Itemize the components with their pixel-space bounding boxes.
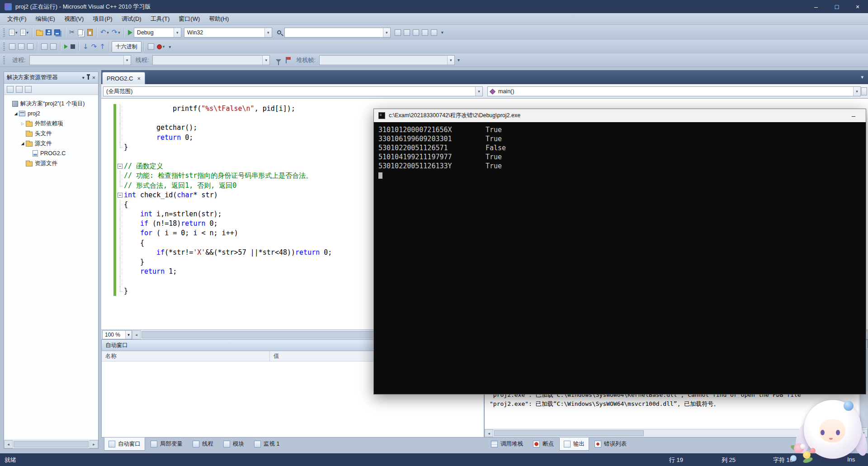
step-into-button[interactable]: ↓ <box>81 42 90 52</box>
dropdown-icon[interactable]: ▾ <box>123 56 131 65</box>
collapse-box-icon[interactable] <box>118 164 123 169</box>
tree-item[interactable]: 资源文件 <box>4 158 98 168</box>
new-project-button[interactable]: ▾ <box>8 28 19 37</box>
types-combo[interactable]: (全局范围) ▾ <box>103 86 483 96</box>
tree-item[interactable]: ▷外部依赖项 <box>4 119 98 128</box>
toolbar-overflow-button[interactable]: ▾ <box>439 29 445 36</box>
tab-breakpoints[interactable]: 断点 <box>528 437 558 451</box>
copy-button[interactable] <box>76 28 86 37</box>
split-window-button[interactable] <box>861 87 867 95</box>
dropdown-icon[interactable]: ▾ <box>27 30 29 35</box>
stack-frame-combo[interactable]: ▾ <box>319 55 455 65</box>
save-button[interactable] <box>44 28 53 37</box>
dropdown-icon[interactable]: ▾ <box>853 87 860 96</box>
open-file-button[interactable] <box>35 28 44 37</box>
menu-item[interactable]: 帮助(H) <box>204 13 233 25</box>
tab-prog2c[interactable]: PROG2.C × <box>102 72 145 84</box>
menu-item[interactable]: 工具(T) <box>146 13 175 25</box>
sort-button[interactable] <box>26 42 35 51</box>
save-all-button[interactable] <box>53 28 63 37</box>
dropdown-icon[interactable]: ▾ <box>118 30 120 35</box>
dropdown-icon[interactable]: ▾ <box>174 28 181 37</box>
column-header-name[interactable]: 名称 <box>102 351 270 361</box>
properties-icon[interactable] <box>7 86 14 93</box>
tab-output[interactable]: 输出 <box>559 437 589 451</box>
add-item-button[interactable]: ▾ <box>19 28 30 37</box>
dropdown-icon[interactable]: ▾ <box>125 331 132 339</box>
console-title-bar[interactable]: c:\Exam\202183300742\程序改错\2\Debug\proj2.… <box>374 109 866 122</box>
solution-explorer-header[interactable]: 解决方案资源管理器 ▾ × <box>4 72 98 84</box>
bookmark-button[interactable] <box>402 28 411 37</box>
tab-errorlist[interactable]: 错误列表 <box>590 437 631 451</box>
navigate-forward-button[interactable] <box>420 28 429 37</box>
process-combo[interactable]: ▾ <box>29 55 131 65</box>
menu-item[interactable]: 项目(P) <box>88 13 117 25</box>
continue-button[interactable] <box>63 43 69 50</box>
paste-button[interactable] <box>86 28 94 37</box>
tab-autos[interactable]: 自动窗口 <box>104 437 145 451</box>
hex-display-button[interactable]: 十六进制 <box>112 41 142 52</box>
memory-window-button[interactable] <box>146 42 156 51</box>
dropdown-icon[interactable]: ▾ <box>107 30 109 35</box>
stop-debugging-button[interactable] <box>69 43 76 50</box>
find-button[interactable] <box>275 28 284 37</box>
toolbar-grip[interactable] <box>3 29 5 37</box>
minimize-button[interactable]: – <box>806 0 826 13</box>
toolbar-overflow-button[interactable]: ▾ <box>456 57 462 63</box>
tab-close-icon[interactable]: × <box>137 75 141 82</box>
toolbar-overflow-button[interactable]: ▾ <box>167 43 173 50</box>
dropdown-icon[interactable]: ▾ <box>383 28 390 37</box>
window-position-icon[interactable]: ▾ <box>82 75 85 80</box>
toolbar-grip[interactable] <box>3 43 5 51</box>
toolbar-grip[interactable] <box>3 56 5 64</box>
step-over-button[interactable]: ↷ <box>90 42 99 52</box>
tree-item[interactable]: 解决方案“proj2”(1 个项目) <box>4 99 98 109</box>
thread-filter-button[interactable] <box>274 57 283 64</box>
tab-locals[interactable]: 局部变量 <box>146 437 187 451</box>
tab-callstack[interactable]: 调用堆栈 <box>486 437 528 451</box>
tab-list-dropdown-icon[interactable]: ▾ <box>856 74 868 80</box>
console-minimize-button[interactable]: – <box>846 112 861 119</box>
close-button[interactable]: × <box>847 0 868 13</box>
tab-watch[interactable]: 监视 1 <box>250 437 284 451</box>
breakpoints-button[interactable]: ▾ <box>156 43 166 51</box>
menu-item[interactable]: 调试(D) <box>117 13 146 25</box>
solution-explorer-hscrollbar[interactable]: ◂ ▸ <box>4 440 98 448</box>
dropdown-icon[interactable]: ▾ <box>262 56 269 65</box>
dropdown-icon[interactable]: ▾ <box>163 44 165 49</box>
dropdown-icon[interactable]: ▾ <box>447 56 454 65</box>
solution-platforms-combo[interactable]: Win32▾ <box>184 28 272 38</box>
scroll-left-icon[interactable]: ◂ <box>4 440 13 448</box>
step-out-button[interactable]: ↑ <box>98 42 107 52</box>
cut-button[interactable]: ✂ <box>68 28 76 37</box>
find-combo[interactable]: ▾ <box>284 28 391 38</box>
refresh-icon[interactable] <box>25 86 32 93</box>
dropdown-icon[interactable]: ▾ <box>15 30 18 35</box>
expanded-expander-icon[interactable]: ◢ <box>13 111 19 116</box>
dropdown-icon[interactable]: ▾ <box>475 87 482 96</box>
flag-threads-button[interactable] <box>283 56 292 65</box>
menu-item[interactable]: 编辑(E) <box>31 13 60 25</box>
menu-item[interactable]: 文件(F) <box>3 13 31 25</box>
zoom-combo[interactable]: 100 % ▾ <box>102 330 132 339</box>
scroll-left-icon[interactable]: ◂ <box>485 429 493 437</box>
collapse-box-icon[interactable] <box>118 193 123 198</box>
redo-button[interactable]: ↷▾ <box>110 28 122 37</box>
other-windows-button[interactable] <box>429 28 439 37</box>
show-all-files-icon[interactable] <box>16 86 23 93</box>
navigate-backward-button[interactable] <box>411 28 420 37</box>
scrollbar-thumb[interactable] <box>14 441 89 447</box>
close-panel-icon[interactable]: × <box>92 75 95 81</box>
start-debugging-button[interactable] <box>127 29 134 37</box>
dropdown-icon[interactable]: ▾ <box>264 28 272 37</box>
solution-configurations-combo[interactable]: Debug▾ <box>134 28 181 38</box>
breakpoint-window-button[interactable] <box>17 42 26 51</box>
tree-item[interactable]: ◢源文件 <box>4 138 98 148</box>
tab-threads[interactable]: 线程 <box>188 437 218 451</box>
scrollbar-thumb[interactable] <box>494 430 644 436</box>
tree-item[interactable]: 头文件 <box>4 128 98 138</box>
show-next-statement-button[interactable] <box>8 42 17 51</box>
collapsed-expander-icon[interactable]: ▷ <box>19 122 26 126</box>
editor-option-button[interactable] <box>40 42 49 51</box>
scroll-right-icon[interactable]: ▸ <box>90 440 98 448</box>
